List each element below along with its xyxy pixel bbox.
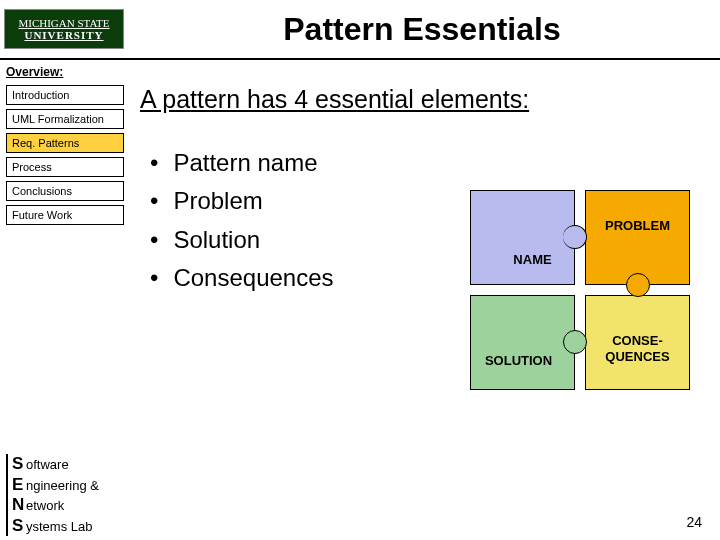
sidebar-item-req-patterns[interactable]: Req. Patterns [6, 133, 124, 153]
puzzle-knob [563, 330, 587, 354]
puzzle-piece-problem: PROBLEM [585, 190, 690, 285]
sidebar-item-conclusions[interactable]: Conclusions [6, 181, 124, 201]
puzzle-knob [563, 225, 587, 249]
puzzle-graphic: NAME PROBLEM SOLUTION CONSE- QUENCES [470, 190, 690, 390]
lab-name-footer: Software Engineering & Network Systems L… [6, 454, 99, 536]
slide-title: Pattern Essentials [124, 11, 720, 48]
msu-logo: MICHIGAN STATE UNIVERSITY [4, 9, 124, 49]
sidebar-item-introduction[interactable]: Introduction [6, 85, 124, 105]
sidebar-item-uml[interactable]: UML Formalization [6, 109, 124, 129]
puzzle-piece-solution: SOLUTION [470, 295, 575, 390]
puzzle-piece-name: NAME [470, 190, 575, 285]
logo-line1: MICHIGAN STATE [18, 17, 109, 29]
sidebar-label: Overview: [6, 65, 63, 79]
footer-line: Engineering & [12, 475, 99, 495]
content-heading: A pattern has 4 essential elements: [140, 85, 700, 114]
sidebar: Introduction UML Formalization Req. Patt… [6, 85, 124, 229]
sidebar-item-process[interactable]: Process [6, 157, 124, 177]
bullet-item: Pattern name [150, 144, 700, 182]
sidebar-item-future-work[interactable]: Future Work [6, 205, 124, 225]
page-number: 24 [686, 514, 702, 530]
puzzle-knob [626, 273, 650, 297]
puzzle-piece-consequences: CONSE- QUENCES [585, 295, 690, 390]
slide-header: MICHIGAN STATE UNIVERSITY Pattern Essent… [0, 0, 720, 60]
footer-line: Network [12, 495, 99, 515]
footer-line: Systems Lab [12, 516, 99, 536]
logo-line2: UNIVERSITY [24, 29, 103, 41]
footer-line: Software [12, 454, 99, 474]
